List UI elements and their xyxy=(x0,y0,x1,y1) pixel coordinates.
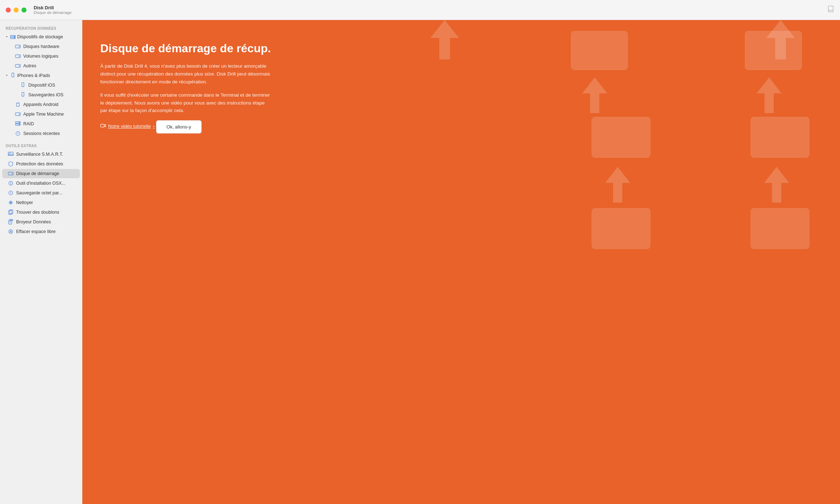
broyeur-icon xyxy=(8,219,14,225)
demarrage-label: Disque de démarrage xyxy=(16,171,59,176)
doublons-icon xyxy=(8,209,14,215)
book-icon[interactable] xyxy=(827,5,834,14)
main-para1: À partir de Disk Drill 4, vous n'avez pl… xyxy=(100,62,272,86)
deco-arrow-top-left xyxy=(423,20,466,63)
sidebar-item-autres[interactable]: Autres xyxy=(2,61,80,71)
sidebar-item-surveillance[interactable]: Surveillance S.M.A.R.T. xyxy=(2,150,80,159)
autres-icon xyxy=(15,63,21,69)
main-content: Disque de démarrage de récup. À partir d… xyxy=(82,20,840,504)
svg-point-6 xyxy=(19,46,20,47)
android-icon xyxy=(15,102,21,107)
broyeur-label: Broyeur Données xyxy=(16,219,51,224)
sidebar: Récupération données Dispositifs de stoc… xyxy=(0,20,82,504)
svg-point-3 xyxy=(14,36,15,37)
chevron-down-icon xyxy=(5,35,9,39)
maximize-button[interactable] xyxy=(21,8,26,13)
app-body: Récupération données Dispositifs de stoc… xyxy=(0,20,840,504)
svg-point-25 xyxy=(19,122,20,123)
sidebar-item-apple-time-machine[interactable]: Apple Time Machine xyxy=(2,110,80,119)
deco-device-2 xyxy=(745,31,802,70)
sidebar-item-sauvegardes-ios[interactable]: Sauvegardes iOS xyxy=(2,90,80,100)
sessions-icon xyxy=(15,131,21,136)
sidebar-item-protection[interactable]: Protection des données xyxy=(2,159,80,169)
android-label: Appareils Android xyxy=(23,102,58,107)
effacer-label: Effacer espace libre xyxy=(16,229,55,234)
sidebar-item-effacer-espace[interactable]: Effacer espace libre xyxy=(2,227,80,236)
traffic-lights xyxy=(6,8,26,13)
svg-point-10 xyxy=(19,66,20,66)
content-area: Disque de démarrage de récup. À partir d… xyxy=(82,20,290,162)
sidebar-item-disques-hardware[interactable]: Disques hardware xyxy=(2,42,80,51)
time-machine-icon xyxy=(15,111,21,117)
sidebar-item-appareils-android[interactable]: Appareils Android xyxy=(2,100,80,109)
cta-button[interactable]: Ok, allons-y xyxy=(156,120,202,134)
section-outils-label: Outils extras xyxy=(0,142,82,149)
sidebar-item-sauvegarde-octet[interactable]: Sauvegarde octet par... xyxy=(2,188,80,198)
svg-marker-11 xyxy=(6,75,8,76)
installation-icon xyxy=(8,180,14,186)
sessions-recentes-label: Sessions récentes xyxy=(23,131,60,136)
iphones-label: iPhones & iPads xyxy=(17,73,50,78)
main-para2: Il vous suffit d'exécuter une certaine c… xyxy=(100,91,272,115)
deco-device-3 xyxy=(592,117,651,158)
svg-rect-18 xyxy=(16,103,19,106)
protection-label: Protection des données xyxy=(16,161,63,166)
sidebar-item-nettoyer[interactable]: Nettoyer xyxy=(2,198,80,207)
sauvegarde-icon xyxy=(8,190,14,196)
ios-backup-icon xyxy=(20,92,26,98)
dispositif-ios-label: Dispositif iOS xyxy=(28,83,55,88)
deco-device-4 xyxy=(750,117,810,158)
outil-installation-label: Outil d'installation OSX... xyxy=(16,181,66,186)
raid-icon xyxy=(15,121,21,127)
svg-point-36 xyxy=(10,184,11,184)
sauvegardes-ios-label: Sauvegardes iOS xyxy=(28,92,63,97)
section-recuperation-label: Récupération données xyxy=(0,24,82,32)
surveillance-icon xyxy=(8,151,14,157)
minimize-button[interactable] xyxy=(14,8,19,13)
titlebar-subtitle: Disque de démarrage xyxy=(34,10,72,15)
deco-arrow-bot-left xyxy=(600,163,636,206)
close-button[interactable] xyxy=(6,8,11,13)
sidebar-item-trouver-doublons[interactable]: Trouver des doublons xyxy=(2,208,80,217)
video-link[interactable]: Notre vidéo tutorielle › xyxy=(100,123,155,130)
sidebar-item-sessions-recentes[interactable]: Sessions récentes xyxy=(2,129,80,138)
deco-arrow-bot-right xyxy=(759,163,795,206)
raid-label: RAID xyxy=(23,121,34,126)
sidebar-item-broyeur[interactable]: Broyeur Données xyxy=(2,217,80,227)
sidebar-item-volumes-logiques[interactable]: Volumes logiques xyxy=(2,52,80,61)
shield-icon xyxy=(8,161,14,167)
volume-icon xyxy=(15,53,21,59)
deco-device-5 xyxy=(592,208,651,249)
svg-marker-0 xyxy=(6,36,8,38)
volumes-logiques-label: Volumes logiques xyxy=(23,54,58,59)
video-link-arrow: › xyxy=(153,123,154,129)
deco-arrow-mid-left xyxy=(577,74,613,117)
svg-point-33 xyxy=(12,173,13,174)
svg-point-4 xyxy=(14,38,15,38)
sidebar-item-raid[interactable]: RAID xyxy=(2,119,80,129)
effacer-icon xyxy=(8,229,14,234)
sidebar-item-disque-demarrage[interactable]: Disque de démarrage xyxy=(2,169,80,178)
svg-marker-54 xyxy=(757,77,782,113)
sidebar-item-iphones-ipads[interactable]: iPhones & iPads xyxy=(2,71,80,80)
sauvegarde-octet-label: Sauvegarde octet par... xyxy=(16,190,62,195)
autres-label: Autres xyxy=(23,63,36,68)
doublons-label: Trouver des doublons xyxy=(16,210,59,215)
titlebar: Disk Drill Disque de démarrage xyxy=(0,0,840,20)
svg-line-19 xyxy=(17,102,17,103)
svg-marker-52 xyxy=(766,20,795,59)
nettoyer-label: Nettoyer xyxy=(16,200,33,205)
deco-arrow-mid-right xyxy=(751,74,787,117)
sidebar-item-outil-installation[interactable]: Outil d'installation OSX... xyxy=(2,179,80,188)
demarrage-icon xyxy=(8,171,14,176)
app-title: Disk Drill xyxy=(34,5,72,10)
sidebar-item-dispositif-ios[interactable]: Dispositif iOS xyxy=(2,81,80,90)
iphone-icon xyxy=(10,73,16,78)
svg-marker-53 xyxy=(582,77,607,113)
video-link-text: Notre vidéo tutorielle xyxy=(108,123,151,129)
dispositifs-label: Dispositifs de stockage xyxy=(17,34,63,39)
sidebar-item-dispositifs-stockage[interactable]: Dispositifs de stockage xyxy=(2,32,80,42)
svg-marker-55 xyxy=(605,167,630,203)
chevron-down-icon2 xyxy=(5,74,9,77)
deco-arrow-top-right xyxy=(759,20,802,63)
